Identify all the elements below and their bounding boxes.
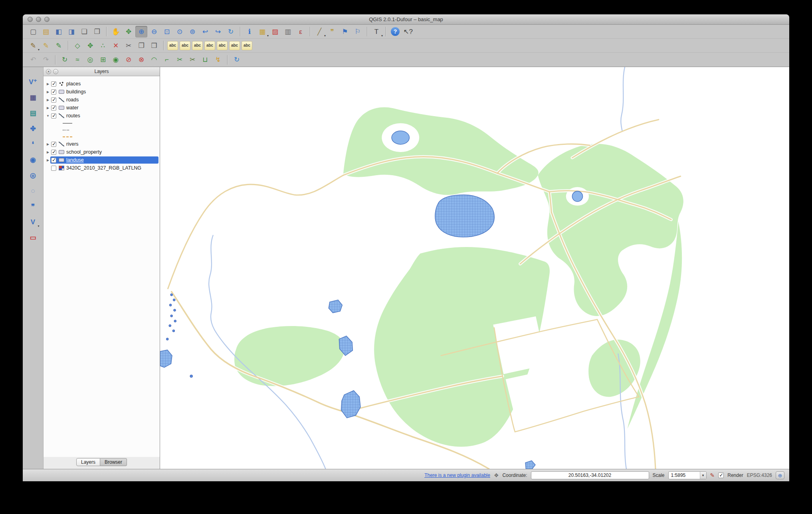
map-canvas[interactable] xyxy=(160,67,789,469)
refresh-map-button[interactable]: ↻ xyxy=(225,26,237,38)
add-delimited-text-layer-button[interactable]: ❞ xyxy=(26,200,40,213)
crs-status-button[interactable]: ⊕ xyxy=(776,471,784,479)
label-anchor-button[interactable]: abc xyxy=(180,41,190,50)
add-postgis-layer-button[interactable]: ▤ xyxy=(26,107,40,119)
text-annotation-button[interactable]: T▾ xyxy=(370,26,382,38)
deselect-features-button[interactable]: ▨ xyxy=(269,26,281,38)
reshape-features-button[interactable]: ⌐ xyxy=(161,54,173,65)
split-features-button[interactable]: ✂ xyxy=(186,54,198,65)
redraw-canvas-button[interactable]: ↻ xyxy=(231,54,243,65)
highlight-labels-button[interactable]: abc xyxy=(192,41,203,50)
new-plugin-link[interactable]: There is a new plugin available xyxy=(424,472,490,478)
layer-row-places[interactable]: places xyxy=(44,80,160,88)
expand-icon[interactable] xyxy=(46,98,50,102)
undo-button[interactable]: ↶ xyxy=(27,54,39,65)
node-tool-button[interactable]: ∴ xyxy=(97,40,109,51)
zoom-next-button[interactable]: ↪ xyxy=(212,26,224,38)
window-titlebar[interactable]: QGIS 2.0.1-Dufour – basic_map xyxy=(23,14,789,25)
layer-visibility-checkbox[interactable] xyxy=(51,97,56,103)
whats-this-button[interactable]: ↖? xyxy=(402,26,414,38)
combo-arrow-icon[interactable]: ▾ xyxy=(700,472,706,479)
add-vector-layer-button[interactable]: V⁺ xyxy=(26,76,40,88)
expand-icon[interactable] xyxy=(46,106,50,110)
layer-visibility-checkbox[interactable] xyxy=(51,166,56,171)
labeling-options-button[interactable]: abc xyxy=(167,41,178,50)
save-project-as-button[interactable]: ◨ xyxy=(65,26,77,38)
add-mssql-layer-button[interactable]: ❛ xyxy=(26,138,40,150)
move-feature-button[interactable]: ✥ xyxy=(84,40,96,51)
layer-row-3420C_2010_327_RGB_LATLNG[interactable]: 3420C_2010_327_RGB_LATLNG xyxy=(44,164,160,172)
help-contents-button[interactable]: ? xyxy=(391,27,400,36)
new-project-button[interactable]: ▢ xyxy=(27,26,39,38)
add-raster-layer-button[interactable]: ▦ xyxy=(26,91,40,104)
paste-features-button[interactable]: ❒ xyxy=(148,40,160,51)
change-label-button[interactable]: abc xyxy=(229,41,240,50)
fill-ring-button[interactable]: ◉ xyxy=(110,54,122,65)
map-tips-button[interactable]: ❞ xyxy=(326,26,338,38)
layer-row-roads[interactable]: roads xyxy=(44,96,160,104)
tab-layers[interactable]: Layers xyxy=(76,458,100,466)
layer-row-rivers[interactable]: rivers xyxy=(44,140,160,148)
composer-manager-button[interactable]: ❐ xyxy=(91,26,103,38)
layer-visibility-checkbox[interactable] xyxy=(51,81,56,87)
tab-browser[interactable]: Browser xyxy=(100,458,127,466)
layer-row-routes[interactable]: routes xyxy=(44,112,160,120)
add-spatialite-layer-button[interactable]: ✤ xyxy=(26,123,40,135)
zoom-in-button[interactable]: ⊕ xyxy=(135,26,147,38)
open-project-button[interactable]: ▤ xyxy=(40,26,52,38)
expand-icon[interactable] xyxy=(46,158,50,162)
rotate-feature-button[interactable]: ↻ xyxy=(59,54,71,65)
close-button[interactable] xyxy=(28,17,33,22)
layer-row-school_property[interactable]: school_property xyxy=(44,148,160,156)
select-features-button[interactable]: ▦▾ xyxy=(256,26,268,38)
layer-visibility-checkbox[interactable] xyxy=(51,142,56,147)
save-project-button[interactable]: ◧ xyxy=(53,26,65,38)
rotate-point-symbols-button[interactable]: ↯ xyxy=(212,54,224,65)
layer-row-buildings[interactable]: buildings xyxy=(44,88,160,96)
zoom-to-selection-button[interactable]: ⊙ xyxy=(174,26,186,38)
coordinate-input[interactable] xyxy=(531,471,649,479)
add-wcs-layer-button[interactable]: ◎ xyxy=(26,169,40,182)
move-label-button[interactable]: abc xyxy=(204,41,215,50)
new-shapefile-layer-button[interactable]: V▾ xyxy=(26,216,40,228)
delete-selected-button[interactable]: ✕ xyxy=(110,40,122,51)
add-feature-button[interactable]: ◇ xyxy=(71,40,83,51)
field-calculator-button[interactable]: ε xyxy=(295,26,307,38)
zoom-button[interactable] xyxy=(44,17,50,22)
new-print-composer-button[interactable]: ❏ xyxy=(78,26,90,38)
add-wfs-layer-button[interactable]: ◌ xyxy=(26,185,40,197)
delete-part-button[interactable]: ⊗ xyxy=(135,54,147,65)
minimize-button[interactable] xyxy=(36,17,41,22)
pan-map-button[interactable]: ✋ xyxy=(110,26,122,38)
layer-visibility-checkbox[interactable] xyxy=(51,150,56,155)
add-part-button[interactable]: ⊞ xyxy=(97,54,109,65)
zoom-out-button[interactable]: ⊖ xyxy=(148,26,160,38)
measure-line-button[interactable]: ╱▾ xyxy=(313,26,325,38)
expand-icon[interactable] xyxy=(46,82,50,86)
scale-combobox[interactable]: 1:5895 ▾ xyxy=(668,471,707,479)
layer-row-water[interactable]: water xyxy=(44,104,160,112)
add-ring-button[interactable]: ◎ xyxy=(84,54,96,65)
render-brush-icon[interactable]: ✎ xyxy=(710,472,715,478)
zoom-last-button[interactable]: ↩ xyxy=(199,26,211,38)
expand-icon[interactable] xyxy=(46,142,50,146)
toggle-editing-button[interactable]: ✎ xyxy=(40,40,52,51)
layer-visibility-checkbox[interactable] xyxy=(51,105,56,111)
expand-icon[interactable] xyxy=(46,90,50,94)
layer-row-landuse[interactable]: landuse xyxy=(44,156,160,164)
pan-to-selection-button[interactable]: ✥ xyxy=(123,26,135,38)
merge-features-button[interactable]: ⊔ xyxy=(199,54,211,65)
copy-features-button[interactable]: ❐ xyxy=(135,40,147,51)
layer-visibility-checkbox[interactable] xyxy=(51,113,56,119)
expand-icon[interactable] xyxy=(46,150,50,154)
cut-features-button[interactable]: ✂ xyxy=(123,40,135,51)
delete-ring-button[interactable]: ⊘ xyxy=(123,54,135,65)
layer-visibility-checkbox[interactable] xyxy=(51,89,56,95)
new-bookmark-button[interactable]: ⚑ xyxy=(339,26,351,38)
offset-curve-button[interactable]: ◠ xyxy=(148,54,160,65)
redo-button[interactable]: ↷ xyxy=(40,54,52,65)
render-checkbox[interactable] xyxy=(718,472,724,478)
plugin-icon[interactable]: ❖ xyxy=(494,472,499,478)
split-parts-button[interactable]: ✂ xyxy=(174,54,186,65)
open-attribute-table-button[interactable]: ▥ xyxy=(282,26,294,38)
